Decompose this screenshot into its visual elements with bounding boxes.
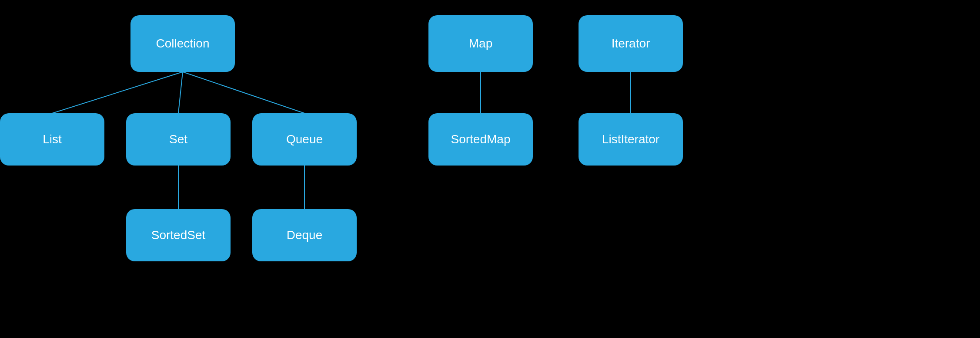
svg-line-1	[178, 72, 183, 113]
node-set[interactable]: Set	[126, 113, 231, 166]
node-deque[interactable]: Deque	[252, 209, 357, 261]
node-list[interactable]: List	[0, 113, 104, 166]
node-queue[interactable]: Queue	[252, 113, 357, 166]
node-listiterator[interactable]: ListIterator	[579, 113, 683, 166]
svg-line-2	[183, 72, 304, 113]
node-iterator[interactable]: Iterator	[579, 15, 683, 72]
node-sortedset[interactable]: SortedSet	[126, 209, 231, 261]
svg-line-0	[52, 72, 183, 113]
node-map[interactable]: Map	[428, 15, 533, 72]
node-sortedmap[interactable]: SortedMap	[428, 113, 533, 166]
node-collection[interactable]: Collection	[130, 15, 235, 72]
